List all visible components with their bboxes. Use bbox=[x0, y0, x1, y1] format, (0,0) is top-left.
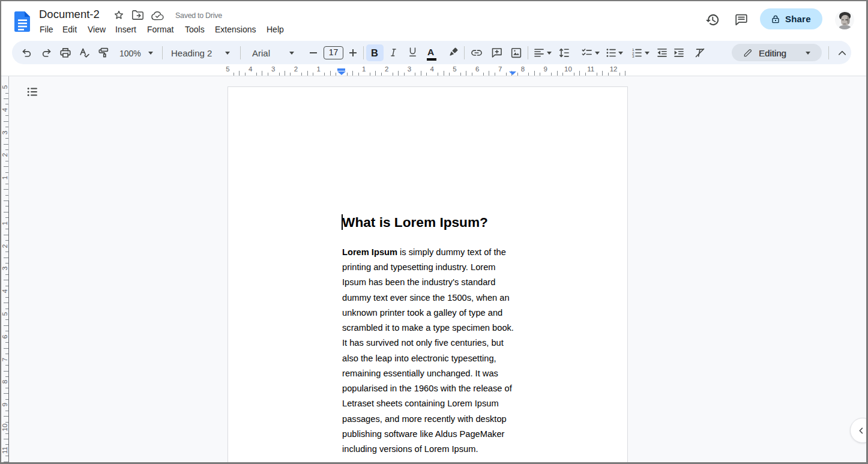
svg-text:3: 3 bbox=[632, 54, 634, 58]
